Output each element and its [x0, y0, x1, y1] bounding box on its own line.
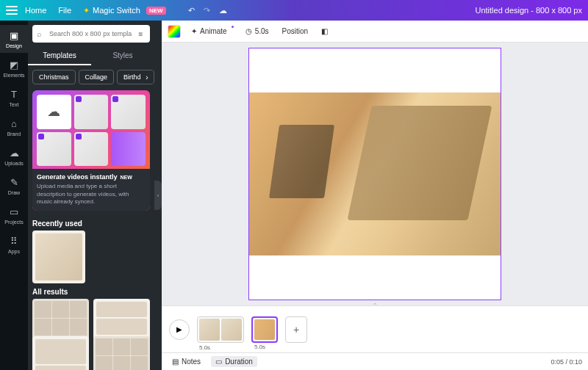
promo-upload-icon: ☁ [37, 95, 71, 129]
canvas-viewport[interactable] [162, 43, 588, 305]
tab-templates[interactable]: Templates [28, 47, 91, 65]
clip-duration: 5.0s [199, 344, 210, 351]
timeline-clip-1[interactable]: 5.0s [197, 316, 244, 343]
color-swatch[interactable] [168, 25, 181, 38]
rail-elements[interactable]: ◩Elements [0, 54, 28, 82]
magic-switch-nav[interactable]: ✦ Magic Switch NEW [83, 6, 165, 15]
rail-projects[interactable]: ▭Projects [0, 201, 28, 229]
template-thumb[interactable] [93, 336, 150, 370]
text-icon: T [8, 88, 20, 100]
rail-label: Text [10, 102, 19, 107]
clip-duration: 5.0s [254, 344, 265, 350]
duration-button[interactable]: ◷ 5.0s [243, 25, 272, 37]
rail-apps[interactable]: ⠿Apps [0, 231, 28, 258]
promo-thumb [74, 95, 109, 129]
duration-label: Duration [225, 358, 253, 366]
timeline-expand-handle[interactable]: ⌃ [360, 302, 390, 309]
rail-draw[interactable]: ✎Draw [0, 172, 28, 200]
timeline-clip-2[interactable]: 5.0s [251, 316, 278, 343]
brand-icon: ⌂ [8, 117, 20, 129]
filter-icon[interactable]: ≡ [136, 29, 146, 39]
draw-icon: ✎ [8, 176, 20, 188]
elements-icon: ◩ [8, 59, 20, 70]
apps-icon: ⠿ [8, 235, 20, 247]
panel-collapse-handle[interactable]: ‹ [154, 21, 162, 370]
home-nav[interactable]: Home [25, 6, 46, 15]
template-thumb[interactable] [32, 336, 89, 370]
notification-dot-icon [232, 26, 234, 28]
add-page-button[interactable]: + [285, 316, 307, 343]
rail-label: Projects [4, 220, 23, 225]
rail-brand[interactable]: ⌂Brand [0, 113, 28, 141]
template-search[interactable]: ⌕ ≡ [32, 25, 150, 43]
chip-christmas[interactable]: Christmas [32, 70, 76, 84]
recent-template-thumb[interactable] [32, 231, 85, 283]
rail-label: Brand [7, 131, 21, 137]
clock-icon: ◷ [245, 27, 252, 35]
design-icon: ▣ [8, 29, 20, 41]
cloud-sync-icon[interactable]: ☁ [219, 6, 227, 15]
promo-thumb [37, 132, 71, 167]
sparkle-icon: ✦ [83, 6, 90, 15]
rail-design[interactable]: ▣Design [0, 25, 28, 53]
duration-icon: ▭ [215, 358, 222, 366]
play-button[interactable]: ▶ [169, 319, 190, 340]
duration-toggle[interactable]: ▭ Duration [211, 356, 257, 367]
transparency-icon: ◧ [321, 27, 328, 35]
recently-used-heading: Recently used [28, 215, 154, 231]
redo-icon[interactable]: ↷ [204, 6, 210, 15]
chip-collage[interactable]: Collage [79, 70, 115, 84]
search-icon: ⌕ [37, 29, 45, 38]
tab-styles[interactable]: Styles [91, 47, 154, 65]
rail-uploads[interactable]: ☁Uploads [0, 142, 28, 170]
rail-label: Design [6, 43, 22, 48]
uploads-icon: ☁ [8, 147, 20, 159]
promo-thumb [74, 132, 109, 167]
notes-button[interactable]: ▤ Notes [168, 356, 205, 367]
notes-icon: ▤ [172, 358, 179, 366]
rail-text[interactable]: TText [0, 84, 28, 112]
promo-thumb [111, 132, 146, 167]
hamburger-menu[interactable] [6, 4, 18, 16]
placed-image[interactable] [249, 92, 501, 255]
promo-desc: Upload media and type a short descriptio… [37, 183, 146, 206]
document-title[interactable]: Untitled design - 800 x 800 px [475, 6, 582, 15]
rail-label: Elements [3, 73, 24, 78]
magic-switch-label: Magic Switch [93, 6, 140, 15]
file-nav[interactable]: File [58, 6, 71, 15]
animate-button[interactable]: ✦ Animate [188, 25, 235, 37]
duration-label: 5.0s [255, 27, 269, 35]
new-badge: NEW [121, 175, 132, 180]
promo-thumb [111, 95, 146, 129]
rail-label: Draw [8, 190, 20, 195]
all-results-heading: All results [28, 283, 154, 299]
search-input[interactable] [49, 30, 132, 37]
animate-icon: ✦ [191, 27, 197, 35]
position-button[interactable]: Position [279, 25, 312, 37]
transparency-button[interactable]: ◧ [318, 25, 331, 37]
new-badge: NEW [146, 7, 166, 15]
undo-icon[interactable]: ↶ [188, 6, 195, 15]
rail-label: Uploads [4, 161, 24, 166]
promo-card[interactable]: ☁ Generate videos instantlyNEW Upload me… [32, 90, 150, 211]
promo-heading: Generate videos instantly [37, 173, 118, 181]
projects-icon: ▭ [8, 206, 20, 217]
notes-label: Notes [182, 358, 201, 366]
animate-label: Animate [200, 27, 227, 35]
artboard[interactable] [248, 48, 501, 300]
chips-scroll-right[interactable]: › [141, 70, 153, 84]
rail-label: Apps [8, 249, 20, 254]
playhead-time: 0:05 / 0:10 [551, 358, 582, 366]
